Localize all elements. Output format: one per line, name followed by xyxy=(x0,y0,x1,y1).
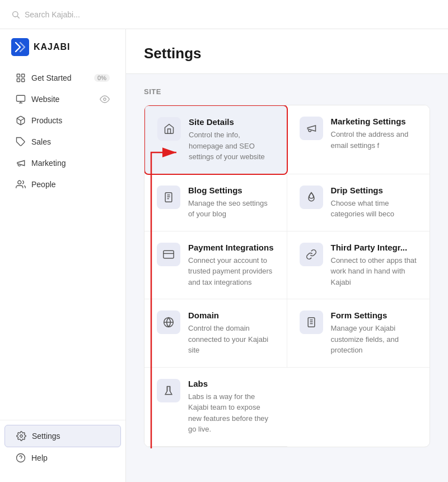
kajabi-logo-icon xyxy=(11,38,29,56)
home-icon xyxy=(164,123,175,135)
sidebar-bottom: Settings Help xyxy=(0,420,125,473)
eye-icon xyxy=(100,94,110,104)
card-icon-box-third-party xyxy=(300,243,323,266)
card-icon-box-marketing xyxy=(300,117,323,140)
top-bar: Search Kajabi... xyxy=(0,0,448,29)
card-icon-box-labs xyxy=(157,379,180,402)
sidebar-item-products[interactable]: Products xyxy=(4,110,121,131)
link-icon xyxy=(306,249,317,260)
app-layout: KAJABI Get Started 0% xyxy=(0,29,448,482)
card-desc-labs: Labs is a way for the Kajabi team to exp… xyxy=(188,391,275,435)
card-desc-form: Manage your Kajabi customize fields, and… xyxy=(331,323,418,356)
logo: KAJABI xyxy=(0,38,125,67)
sidebar-item-website[interactable]: Website xyxy=(4,89,121,110)
svg-point-15 xyxy=(17,454,25,462)
sidebar: KAJABI Get Started 0% xyxy=(0,29,126,482)
card-desc-domain: Control the domain connected to your Kaj… xyxy=(188,323,274,356)
sidebar-item-people[interactable]: People xyxy=(4,174,121,195)
card-desc-drip: Choose what time categories will beco xyxy=(331,198,418,220)
card-third-party[interactable]: Third Party Integr... Connect to other a… xyxy=(287,231,430,300)
card-title-marketing: Marketing Settings xyxy=(331,117,418,126)
card-icon-box-drip xyxy=(300,186,323,209)
help-circle-icon xyxy=(16,453,26,463)
svg-line-1 xyxy=(17,16,20,18)
megaphone-card-icon xyxy=(306,123,317,134)
card-title-payment: Payment Integrations xyxy=(188,243,274,252)
sidebar-label-products: Products xyxy=(31,116,62,125)
svg-rect-17 xyxy=(165,192,172,202)
card-payment-integrations[interactable]: Payment Integrations Connect your accoun… xyxy=(144,231,287,300)
page-title: Settings xyxy=(144,45,430,62)
settings-cards-grid: Site Details Control the info, homepage … xyxy=(144,105,430,447)
content-area: Site Site Details Control the info, home… xyxy=(126,74,448,461)
card-title-domain: Domain xyxy=(188,310,274,320)
svg-point-0 xyxy=(13,11,18,16)
card-desc-third-party: Connect to other apps that work hand in … xyxy=(331,255,418,288)
card-icon-box-payment xyxy=(157,243,180,266)
drop-icon xyxy=(306,192,317,203)
sidebar-nav: Get Started 0% Website xyxy=(0,67,125,415)
svg-rect-4 xyxy=(22,74,25,77)
users-icon xyxy=(16,179,26,189)
card-form-settings[interactable]: Form Settings Manage your Kajabi customi… xyxy=(287,299,430,368)
monitor-icon xyxy=(16,94,26,104)
sidebar-item-help[interactable]: Help xyxy=(4,447,121,469)
sidebar-item-settings[interactable]: Settings xyxy=(4,425,121,447)
gear-icon xyxy=(16,431,26,441)
card-drip-settings[interactable]: Drip Settings Choose what time categorie… xyxy=(287,174,430,231)
globe-icon xyxy=(163,317,174,328)
card-blog-settings[interactable]: Blog Settings Manage the seo settings of… xyxy=(144,174,287,231)
box-icon xyxy=(16,115,26,126)
card-marketing-settings[interactable]: Marketing Settings Control the address a… xyxy=(287,105,430,174)
card-title-third-party: Third Party Integr... xyxy=(331,243,418,252)
sidebar-label-get-started: Get Started xyxy=(31,73,72,82)
card-site-details[interactable]: Site Details Control the info, homepage … xyxy=(144,105,288,175)
svg-point-14 xyxy=(20,435,23,438)
card-title-drip: Drip Settings xyxy=(331,186,418,195)
sidebar-label-sales: Sales xyxy=(31,137,51,146)
svg-point-13 xyxy=(18,180,21,184)
card-desc-blog: Manage the seo settings of your blog xyxy=(188,198,274,220)
svg-rect-21 xyxy=(164,251,174,258)
credit-card-icon xyxy=(163,249,174,260)
card-icon-box-domain xyxy=(157,310,180,334)
sidebar-label-help: Help xyxy=(31,453,48,462)
card-labs[interactable]: Labs Labs is a way for the Kajabi team t… xyxy=(144,368,287,447)
grid-icon xyxy=(16,73,26,83)
document-list-icon xyxy=(306,317,317,328)
card-title-blog: Blog Settings xyxy=(188,186,274,195)
sidebar-label-website: Website xyxy=(31,95,59,104)
card-title-labs: Labs xyxy=(188,379,275,388)
megaphone-icon xyxy=(16,158,26,168)
card-desc-marketing: Control the address and email settings f xyxy=(331,129,418,151)
page-title-area: Settings xyxy=(126,29,448,74)
search-wrapper[interactable]: Search Kajabi... xyxy=(11,10,80,19)
logo-text: KAJABI xyxy=(34,42,71,52)
card-domain[interactable]: Domain Control the domain connected to y… xyxy=(144,299,287,368)
flask-icon xyxy=(163,385,174,396)
card-desc-payment: Connect your account to trusted payment … xyxy=(188,255,274,288)
sidebar-item-sales[interactable]: Sales xyxy=(4,131,121,152)
card-icon-box-blog xyxy=(157,186,180,209)
card-title-form: Form Settings xyxy=(331,310,418,320)
svg-rect-6 xyxy=(22,79,25,82)
sidebar-item-get-started[interactable]: Get Started 0% xyxy=(4,67,121,89)
card-icon-box-site-details xyxy=(157,117,181,141)
svg-rect-25 xyxy=(308,318,315,327)
svg-rect-5 xyxy=(17,79,20,82)
card-desc-site-details: Control the info, homepage and SEO setti… xyxy=(189,129,274,163)
section-label: Site xyxy=(144,87,430,96)
tag-icon xyxy=(16,137,26,147)
search-placeholder: Search Kajabi... xyxy=(25,10,80,19)
svg-rect-3 xyxy=(17,74,20,77)
svg-rect-7 xyxy=(17,95,25,101)
card-icon-box-form xyxy=(300,310,323,334)
search-icon xyxy=(11,10,20,19)
sidebar-label-settings: Settings xyxy=(32,432,60,441)
document-icon xyxy=(163,192,174,203)
main-content: Settings Site Site Details Control the xyxy=(126,29,448,482)
sidebar-label-people: People xyxy=(31,180,56,189)
card-title-site-details: Site Details xyxy=(189,117,274,127)
sidebar-item-marketing[interactable]: Marketing xyxy=(4,152,121,174)
sidebar-label-marketing: Marketing xyxy=(31,159,66,168)
